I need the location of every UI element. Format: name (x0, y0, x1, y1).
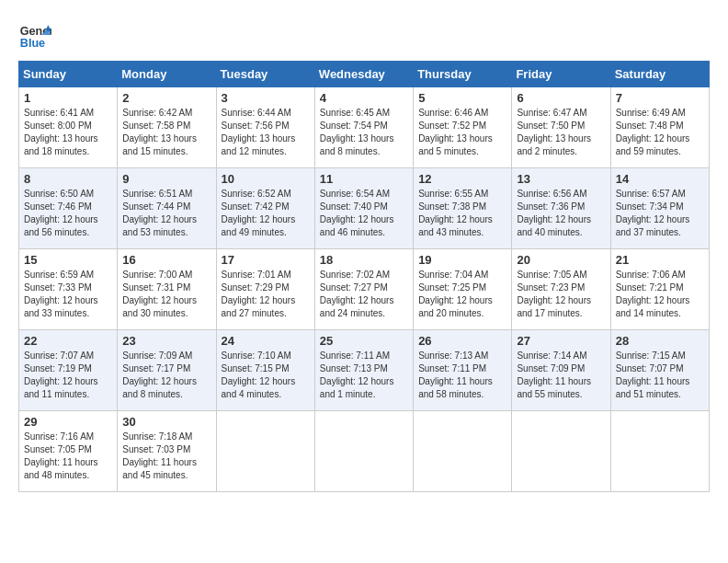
day-number: 6 (517, 91, 605, 105)
day-info: Sunrise: 6:47 AMSunset: 7:50 PMDaylight:… (517, 108, 591, 156)
day-info: Sunrise: 7:05 AMSunset: 7:23 PMDaylight:… (517, 270, 591, 318)
calendar-cell: 19 Sunrise: 7:04 AMSunset: 7:25 PMDaylig… (414, 249, 512, 330)
day-info: Sunrise: 6:45 AMSunset: 7:54 PMDaylight:… (320, 108, 394, 156)
day-number: 2 (122, 91, 210, 105)
day-info: Sunrise: 7:02 AMSunset: 7:27 PMDaylight:… (320, 270, 394, 318)
column-header-tuesday: Tuesday (216, 62, 314, 87)
day-number: 21 (616, 253, 704, 267)
calendar-cell: 17 Sunrise: 7:01 AMSunset: 7:29 PMDaylig… (216, 249, 314, 330)
day-number: 29 (24, 415, 112, 429)
calendar-week-2: 8 Sunrise: 6:50 AMSunset: 7:46 PMDayligh… (19, 168, 710, 249)
calendar-cell: 25 Sunrise: 7:11 AMSunset: 7:13 PMDaylig… (314, 330, 413, 411)
day-number: 20 (517, 253, 605, 267)
day-number: 4 (320, 91, 408, 105)
day-info: Sunrise: 6:44 AMSunset: 7:56 PMDaylight:… (222, 108, 296, 156)
day-info: Sunrise: 6:57 AMSunset: 7:34 PMDaylight:… (616, 189, 690, 237)
day-info: Sunrise: 6:49 AMSunset: 7:48 PMDaylight:… (616, 108, 690, 156)
calendar-week-1: 1 Sunrise: 6:41 AMSunset: 8:00 PMDayligh… (19, 87, 710, 168)
column-header-friday: Friday (512, 62, 610, 87)
calendar-cell: 18 Sunrise: 7:02 AMSunset: 7:27 PMDaylig… (314, 249, 413, 330)
calendar-cell (610, 411, 709, 492)
calendar-cell: 28 Sunrise: 7:15 AMSunset: 7:07 PMDaylig… (610, 330, 709, 411)
day-info: Sunrise: 7:15 AMSunset: 7:07 PMDaylight:… (616, 350, 690, 399)
day-number: 27 (517, 334, 605, 348)
day-number: 9 (122, 172, 210, 186)
calendar-week-4: 22 Sunrise: 7:07 AMSunset: 7:19 PMDaylig… (19, 330, 710, 411)
day-number: 25 (320, 334, 408, 348)
page-header: General Blue (18, 18, 710, 52)
day-info: Sunrise: 7:00 AMSunset: 7:31 PMDaylight:… (122, 270, 197, 318)
day-number: 19 (418, 253, 506, 267)
day-number: 24 (222, 334, 310, 348)
calendar-cell: 26 Sunrise: 7:13 AMSunset: 7:11 PMDaylig… (414, 330, 512, 411)
day-number: 18 (320, 253, 408, 267)
day-number: 16 (122, 253, 210, 267)
logo-icon: General Blue (18, 18, 51, 52)
calendar-cell: 27 Sunrise: 7:14 AMSunset: 7:09 PMDaylig… (512, 330, 610, 411)
day-info: Sunrise: 6:56 AMSunset: 7:36 PMDaylight:… (517, 189, 591, 237)
day-info: Sunrise: 6:41 AMSunset: 8:00 PMDaylight:… (24, 108, 98, 156)
calendar-cell (314, 411, 413, 492)
calendar-cell: 16 Sunrise: 7:00 AMSunset: 7:31 PMDaylig… (118, 249, 216, 330)
day-info: Sunrise: 6:42 AMSunset: 7:58 PMDaylight:… (122, 108, 197, 156)
day-info: Sunrise: 7:18 AMSunset: 7:03 PMDaylight:… (122, 431, 197, 480)
header-row: SundayMondayTuesdayWednesdayThursdayFrid… (19, 62, 710, 87)
calendar-cell: 21 Sunrise: 7:06 AMSunset: 7:21 PMDaylig… (610, 249, 709, 330)
calendar-cell: 9 Sunrise: 6:51 AMSunset: 7:44 PMDayligh… (118, 168, 216, 249)
day-info: Sunrise: 7:09 AMSunset: 7:17 PMDaylight:… (122, 350, 197, 399)
day-info: Sunrise: 7:06 AMSunset: 7:21 PMDaylight:… (616, 270, 690, 318)
day-info: Sunrise: 7:13 AMSunset: 7:11 PMDaylight:… (418, 350, 493, 399)
day-info: Sunrise: 7:16 AMSunset: 7:05 PMDaylight:… (24, 431, 98, 480)
calendar-cell: 11 Sunrise: 6:54 AMSunset: 7:40 PMDaylig… (314, 168, 413, 249)
calendar-table: SundayMondayTuesdayWednesdayThursdayFrid… (18, 61, 710, 492)
calendar-cell: 23 Sunrise: 7:09 AMSunset: 7:17 PMDaylig… (118, 330, 216, 411)
day-info: Sunrise: 6:46 AMSunset: 7:52 PMDaylight:… (418, 108, 493, 156)
calendar-cell: 6 Sunrise: 6:47 AMSunset: 7:50 PMDayligh… (512, 87, 610, 168)
day-info: Sunrise: 7:14 AMSunset: 7:09 PMDaylight:… (517, 350, 591, 399)
calendar-cell: 20 Sunrise: 7:05 AMSunset: 7:23 PMDaylig… (512, 249, 610, 330)
day-info: Sunrise: 6:51 AMSunset: 7:44 PMDaylight:… (122, 189, 197, 237)
column-header-saturday: Saturday (610, 62, 709, 87)
day-number: 30 (122, 415, 210, 429)
day-info: Sunrise: 7:10 AMSunset: 7:15 PMDaylight:… (222, 350, 296, 399)
day-info: Sunrise: 7:01 AMSunset: 7:29 PMDaylight:… (222, 270, 296, 318)
day-info: Sunrise: 6:59 AMSunset: 7:33 PMDaylight:… (24, 270, 98, 318)
day-number: 13 (517, 172, 605, 186)
day-number: 7 (616, 91, 704, 105)
svg-text:Blue: Blue (20, 37, 45, 50)
day-info: Sunrise: 6:55 AMSunset: 7:38 PMDaylight:… (418, 189, 493, 237)
day-info: Sunrise: 6:52 AMSunset: 7:42 PMDaylight:… (222, 189, 296, 237)
logo: General Blue (18, 18, 51, 52)
calendar-cell: 5 Sunrise: 6:46 AMSunset: 7:52 PMDayligh… (414, 87, 512, 168)
calendar-cell: 3 Sunrise: 6:44 AMSunset: 7:56 PMDayligh… (216, 87, 314, 168)
day-info: Sunrise: 7:11 AMSunset: 7:13 PMDaylight:… (320, 350, 394, 399)
day-number: 11 (320, 172, 408, 186)
calendar-cell: 8 Sunrise: 6:50 AMSunset: 7:46 PMDayligh… (19, 168, 118, 249)
calendar-cell: 10 Sunrise: 6:52 AMSunset: 7:42 PMDaylig… (216, 168, 314, 249)
column-header-monday: Monday (118, 62, 216, 87)
calendar-cell: 22 Sunrise: 7:07 AMSunset: 7:19 PMDaylig… (19, 330, 118, 411)
calendar-week-3: 15 Sunrise: 6:59 AMSunset: 7:33 PMDaylig… (19, 249, 710, 330)
calendar-cell: 14 Sunrise: 6:57 AMSunset: 7:34 PMDaylig… (610, 168, 709, 249)
day-info: Sunrise: 6:50 AMSunset: 7:46 PMDaylight:… (24, 189, 98, 237)
calendar-cell: 24 Sunrise: 7:10 AMSunset: 7:15 PMDaylig… (216, 330, 314, 411)
day-info: Sunrise: 6:54 AMSunset: 7:40 PMDaylight:… (320, 189, 394, 237)
calendar-cell: 4 Sunrise: 6:45 AMSunset: 7:54 PMDayligh… (314, 87, 413, 168)
day-number: 3 (222, 91, 310, 105)
day-number: 26 (418, 334, 506, 348)
day-number: 14 (616, 172, 704, 186)
calendar-cell: 30 Sunrise: 7:18 AMSunset: 7:03 PMDaylig… (118, 411, 216, 492)
column-header-sunday: Sunday (19, 62, 118, 87)
calendar-week-5: 29 Sunrise: 7:16 AMSunset: 7:05 PMDaylig… (19, 411, 710, 492)
day-number: 22 (24, 334, 112, 348)
calendar-cell: 13 Sunrise: 6:56 AMSunset: 7:36 PMDaylig… (512, 168, 610, 249)
day-info: Sunrise: 7:07 AMSunset: 7:19 PMDaylight:… (24, 350, 98, 399)
column-header-wednesday: Wednesday (314, 62, 413, 87)
day-number: 1 (24, 91, 112, 105)
day-number: 8 (24, 172, 112, 186)
calendar-cell: 1 Sunrise: 6:41 AMSunset: 8:00 PMDayligh… (19, 87, 118, 168)
day-number: 12 (418, 172, 506, 186)
day-number: 28 (616, 334, 704, 348)
calendar-cell (512, 411, 610, 492)
calendar-cell: 12 Sunrise: 6:55 AMSunset: 7:38 PMDaylig… (414, 168, 512, 249)
